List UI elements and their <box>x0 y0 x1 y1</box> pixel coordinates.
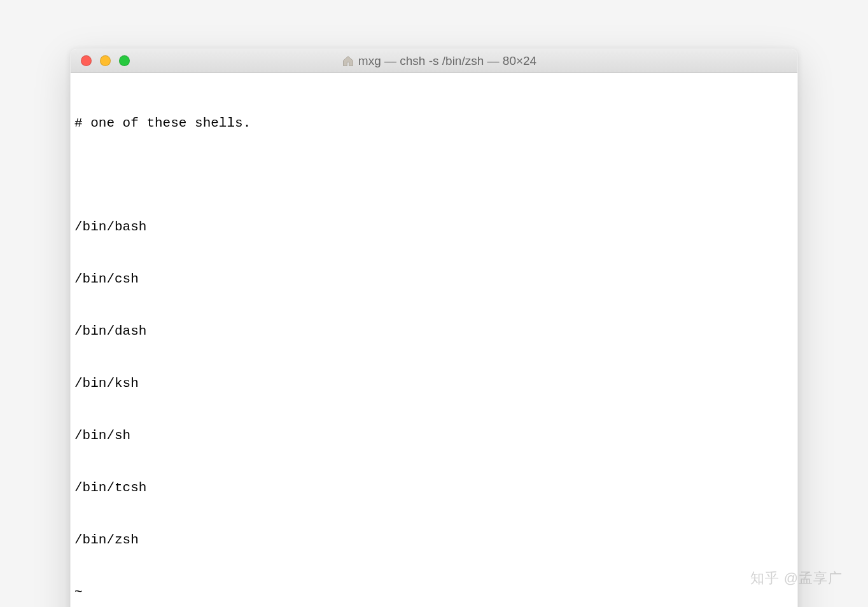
close-button[interactable] <box>81 55 92 66</box>
terminal-line: /bin/tcsh <box>74 479 794 496</box>
maximize-button[interactable] <box>119 55 130 66</box>
terminal-body[interactable]: # one of these shells. /bin/bash /bin/cs… <box>71 73 797 607</box>
minimize-button[interactable] <box>100 55 111 66</box>
traffic-lights <box>81 55 130 66</box>
terminal-line: /bin/csh <box>74 270 794 288</box>
terminal-line: /bin/dash <box>74 323 794 340</box>
terminal-line <box>74 166 794 183</box>
terminal-line: /bin/sh <box>74 427 794 444</box>
terminal-line: /bin/ksh <box>74 375 794 392</box>
terminal-window: mxg — chsh -s /bin/zsh — 80×24 # one of … <box>70 48 798 607</box>
terminal-line: ~ <box>74 583 794 601</box>
titlebar[interactable]: mxg — chsh -s /bin/zsh — 80×24 <box>71 49 797 73</box>
window-title: mxg — chsh -s /bin/zsh — 80×24 <box>358 54 536 68</box>
window-title-wrap: mxg — chsh -s /bin/zsh — 80×24 <box>81 54 797 68</box>
watermark: 知乎 @孟享广 <box>750 569 843 588</box>
home-icon <box>342 55 354 67</box>
terminal-line: # one of these shells. <box>74 115 794 132</box>
terminal-line: /bin/zsh <box>74 531 794 548</box>
terminal-line: /bin/bash <box>74 218 794 235</box>
